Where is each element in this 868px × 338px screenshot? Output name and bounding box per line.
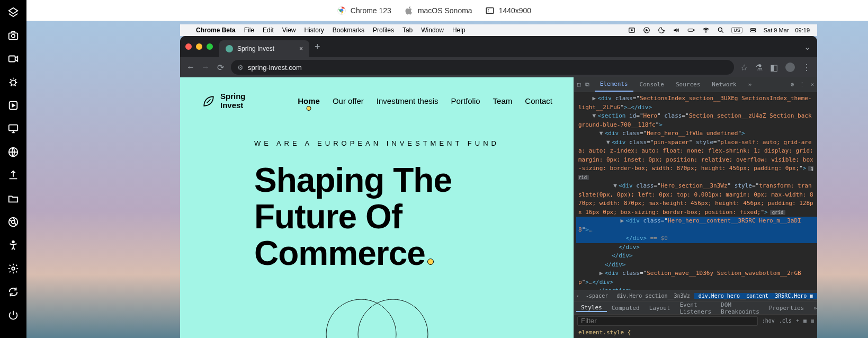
accessibility-icon[interactable]	[7, 239, 19, 251]
menubar-item[interactable]: Edit	[263, 26, 274, 34]
menubar-item[interactable]: Tab	[402, 26, 413, 34]
settings-icon[interactable]	[7, 263, 19, 274]
computed-sidebar-icon[interactable]: ▥	[811, 318, 814, 324]
dom-line[interactable]: ▼<section id="Hero" class="Section_secti…	[576, 112, 817, 129]
volume-icon[interactable]	[672, 26, 681, 34]
styles-menu-icon[interactable]: ▦	[803, 318, 807, 324]
styles-tab[interactable]: Styles	[576, 304, 607, 312]
video-icon[interactable]	[7, 53, 19, 65]
menu-dots-icon[interactable]: ⋮	[802, 63, 811, 73]
back-button[interactable]: ←	[186, 63, 195, 72]
globe-icon[interactable]	[7, 146, 19, 158]
reload-button[interactable]: ⟳	[216, 63, 225, 73]
camera-icon[interactable]	[7, 30, 19, 41]
refresh-icon[interactable]	[7, 286, 19, 298]
styles-tab[interactable]: Layout	[645, 305, 675, 312]
device-toggle-icon[interactable]: ⧉	[585, 81, 589, 88]
breadcrumb-left-arrow[interactable]: ‹	[574, 293, 581, 299]
extension-icon[interactable]: ◧	[770, 63, 778, 73]
play-square-icon[interactable]	[7, 100, 19, 111]
record-icon[interactable]	[628, 26, 636, 34]
styles-tab-more[interactable]: »	[809, 305, 817, 312]
inspect-element-icon[interactable]: ⬚	[577, 81, 581, 88]
dom-line[interactable]: ▶<div class="Section_wave__1D36y Section…	[576, 269, 817, 287]
battery-icon[interactable]	[687, 26, 695, 34]
devtools-menu-icon[interactable]: ⋮	[799, 81, 805, 88]
devtools-tab-elements[interactable]: Elements	[595, 77, 633, 92]
dom-line[interactable]: ▼<div class="Hero_hero__1fVUa undefined"…	[576, 129, 817, 138]
new-tab-button[interactable]: +	[315, 41, 320, 52]
breadcrumb-item[interactable]: div.Hero_hero__content__3R5RC.Hero_m__3a…	[694, 293, 817, 299]
devtools-settings-icon[interactable]: ⚙	[791, 81, 794, 88]
breadcrumb-item[interactable]: -spacer	[581, 293, 612, 299]
dom-line[interactable]: ▼<div class="Hero_section__3n3Wz" style=…	[576, 182, 817, 217]
styles-tab[interactable]: Computed	[607, 305, 645, 312]
nav-contact[interactable]: Contact	[525, 96, 552, 105]
address-bar[interactable]: ⚙ spring-invest.com	[231, 60, 734, 75]
menubar-time[interactable]: 09:19	[795, 27, 810, 33]
forward-button[interactable]: →	[201, 63, 210, 72]
menubar-date[interactable]: Sat 9 Mar	[764, 27, 789, 33]
devtools-tab-console[interactable]: Console	[634, 77, 669, 92]
menubar-item[interactable]: Bookmarks	[333, 26, 364, 34]
labs-icon[interactable]: ⚗	[755, 63, 763, 73]
site-logo[interactable]: Spring Invest	[201, 92, 246, 110]
moon-icon[interactable]	[657, 26, 666, 34]
devtools-close-icon[interactable]: ×	[810, 81, 814, 88]
site-info-icon[interactable]: ⚙	[237, 64, 244, 72]
devtools-tab-more[interactable]: »	[743, 77, 757, 92]
upload-icon[interactable]	[7, 170, 19, 181]
breadcrumb-item[interactable]: div.Hero_section__3n3Wz	[612, 293, 694, 299]
chrome-outline-icon[interactable]	[7, 216, 19, 228]
nav-thesis[interactable]: Investment thesis	[377, 96, 439, 105]
close-window-button[interactable]	[185, 43, 192, 50]
dom-line[interactable]: </div>	[576, 243, 817, 252]
nav-portfolio[interactable]: Portfolio	[451, 96, 480, 105]
dom-tree[interactable]: ▶<div class="SectionsIndex_section__3UXE…	[574, 92, 817, 290]
styles-body[interactable]: element.style {	[574, 327, 817, 338]
logo-icon[interactable]	[7, 6, 19, 18]
profile-avatar-icon[interactable]	[785, 63, 795, 72]
control-center-icon[interactable]	[749, 26, 757, 34]
power-icon[interactable]	[7, 309, 19, 321]
styles-filter-input[interactable]	[577, 316, 758, 326]
devtools-tab-sources[interactable]: Sources	[670, 77, 705, 92]
menubar-item[interactable]: File	[244, 26, 254, 34]
minimize-window-button[interactable]	[196, 43, 202, 50]
dom-line[interactable]: </div>	[576, 261, 817, 270]
new-style-rule-icon[interactable]: +	[796, 318, 799, 324]
keyboard-badge[interactable]: US	[731, 27, 742, 33]
dom-line[interactable]: </div> == $0	[576, 234, 817, 243]
tab-list-chevron-icon[interactable]: ⌄	[804, 42, 811, 52]
bookmark-star-icon[interactable]: ☆	[740, 63, 748, 73]
dom-line[interactable]: </div>	[576, 252, 817, 261]
search-icon[interactable]	[717, 26, 725, 34]
wifi-icon[interactable]	[702, 26, 710, 34]
menubar-item[interactable]: History	[305, 26, 324, 34]
dom-line[interactable]: ▼<div class="pin-spacer" style="place-se…	[576, 138, 817, 182]
play-icon[interactable]	[642, 26, 651, 34]
maximize-window-button[interactable]	[207, 43, 213, 50]
folder-icon[interactable]	[7, 193, 19, 204]
nav-offer[interactable]: Our offer	[333, 96, 364, 105]
nav-team[interactable]: Team	[493, 96, 513, 105]
svg-rect-5	[9, 56, 15, 62]
styles-tab[interactable]: DOM Breakpoints	[716, 301, 764, 315]
hov-toggle[interactable]: :hov	[762, 318, 775, 324]
dom-line[interactable]: ▶<div class="SectionsIndex_section__3UXE…	[576, 94, 817, 112]
styles-tab[interactable]: Event Listeners	[675, 301, 716, 315]
styles-tab[interactable]: Properties	[764, 305, 809, 312]
bug-icon[interactable]	[7, 76, 19, 88]
devtools-tab-network[interactable]: Network	[706, 77, 741, 92]
menubar-item[interactable]: Help	[452, 26, 466, 34]
cls-toggle[interactable]: .cls	[779, 318, 792, 324]
nav-home[interactable]: Home	[298, 96, 320, 105]
menubar-item[interactable]: Window	[421, 26, 444, 34]
tab-close-icon[interactable]: ×	[299, 45, 303, 52]
menubar-item[interactable]: View	[282, 26, 296, 34]
dom-line[interactable]: ▶<div class="Hero_hero__content__3R5RC H…	[576, 217, 817, 234]
browser-tab[interactable]: Spring Invest ×	[219, 40, 309, 57]
menubar-app-name[interactable]: Chrome Beta	[196, 26, 236, 34]
menubar-item[interactable]: Profiles	[373, 26, 394, 34]
monitor-icon[interactable]	[7, 123, 19, 135]
